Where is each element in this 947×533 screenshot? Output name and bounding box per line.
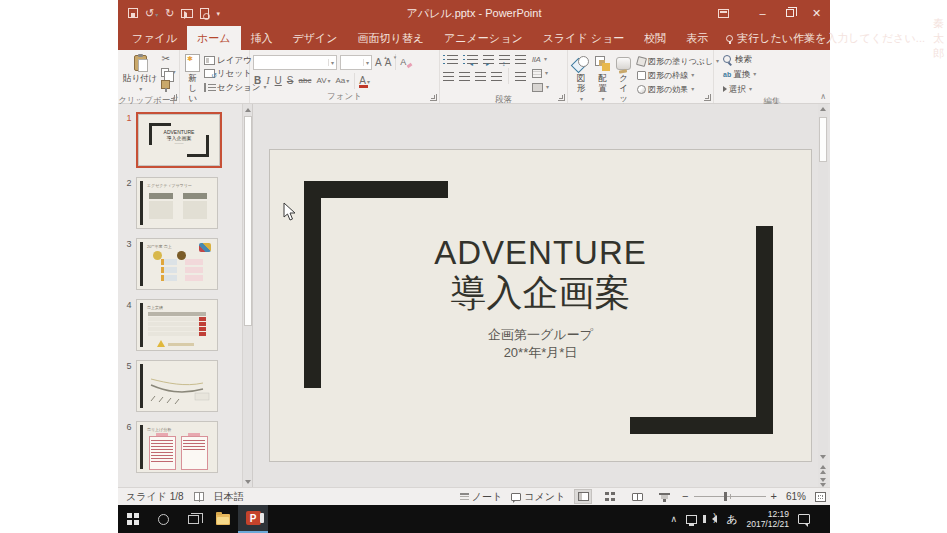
text-shadow-button[interactable]: abc bbox=[297, 77, 312, 85]
tab-view[interactable]: 表示 bbox=[676, 26, 718, 50]
align-text-button[interactable] bbox=[532, 67, 549, 79]
font-size-dropdown-arrow-icon[interactable]: ▾ bbox=[363, 59, 371, 66]
tab-animations[interactable]: アニメーション bbox=[434, 26, 533, 50]
ribbon-display-options-button[interactable] bbox=[711, 4, 735, 22]
find-button[interactable]: 検索 bbox=[723, 54, 756, 65]
font-name-dropdown-arrow-icon[interactable]: ▾ bbox=[328, 59, 336, 66]
undo-icon[interactable]: ↺ bbox=[145, 8, 158, 19]
underline-button[interactable]: U bbox=[274, 76, 283, 86]
hidden-icons-button[interactable]: ∧ bbox=[671, 514, 678, 524]
thumbnail-scrollbar-thumb[interactable] bbox=[244, 116, 252, 326]
spell-check-icon[interactable] bbox=[194, 492, 204, 501]
thumbnail-slide-4[interactable]: 4 売上実績 bbox=[122, 299, 252, 351]
editor-scrollbar[interactable] bbox=[818, 104, 828, 487]
zoom-level[interactable]: 61% bbox=[786, 491, 806, 502]
account-name[interactable]: 秦太郎 bbox=[933, 16, 944, 61]
tell-me-box[interactable]: 実行したい作業を入力してください... bbox=[718, 26, 933, 50]
undo-dropdown-arrow-icon[interactable] bbox=[154, 7, 158, 19]
convert-to-smartart-button[interactable] bbox=[532, 81, 549, 93]
task-view-button[interactable] bbox=[178, 505, 208, 533]
replace-button[interactable]: ab置換 bbox=[723, 68, 756, 80]
slide-subtitle[interactable]: 企画第一グループ 20**年*月*日 bbox=[270, 326, 811, 362]
select-button[interactable]: 選択 bbox=[723, 83, 756, 95]
file-explorer-button[interactable] bbox=[208, 505, 238, 533]
tab-review[interactable]: 校閲 bbox=[634, 26, 676, 50]
shrink-font-button[interactable]: A bbox=[385, 57, 392, 68]
normal-view-button[interactable] bbox=[574, 489, 592, 504]
close-button[interactable]: ✕ bbox=[803, 0, 830, 26]
start-slideshow-icon[interactable] bbox=[181, 9, 193, 18]
next-slide-button[interactable] bbox=[818, 478, 828, 487]
slide-sorter-view-button[interactable] bbox=[601, 489, 619, 504]
drawing-dialog-launcher[interactable] bbox=[704, 94, 711, 101]
align-left-button[interactable] bbox=[443, 72, 454, 81]
shape-fill-button[interactable]: 図形の塗りつぶし bbox=[637, 55, 719, 67]
cortana-button[interactable] bbox=[148, 505, 178, 533]
tab-transitions[interactable]: 画面切り替え bbox=[348, 26, 435, 50]
zoom-slider-thumb[interactable] bbox=[724, 492, 727, 501]
network-icon[interactable] bbox=[686, 515, 697, 524]
reading-view-button[interactable] bbox=[628, 489, 646, 504]
minimize-button[interactable]: – bbox=[749, 0, 776, 26]
redo-icon[interactable]: ↻ bbox=[165, 8, 174, 19]
editor-scroll-down-arrow[interactable] bbox=[818, 452, 828, 461]
collapse-ribbon-button[interactable]: ∧ bbox=[820, 92, 826, 101]
slide-editor-area[interactable]: ADVENTURE 導入企画案 企画第一グループ 20**年*月*日 bbox=[253, 104, 830, 487]
thumbnail-slide-5[interactable]: 5 bbox=[122, 360, 252, 412]
strikethrough-button[interactable]: S bbox=[286, 76, 295, 86]
clipboard-dialog-launcher[interactable] bbox=[170, 94, 177, 101]
grow-font-button[interactable]: A bbox=[375, 57, 382, 68]
thumbnail-slide-6[interactable]: 6 売り上げ分析 bbox=[122, 421, 252, 473]
editor-scroll-up-arrow[interactable] bbox=[818, 104, 828, 113]
comments-button[interactable]: コメント bbox=[511, 490, 565, 504]
justify-button[interactable] bbox=[491, 72, 502, 81]
align-center-button[interactable] bbox=[459, 72, 470, 81]
character-spacing-button[interactable]: AV bbox=[315, 77, 331, 85]
notes-button[interactable]: ノート bbox=[460, 490, 502, 504]
previous-slide-button[interactable] bbox=[818, 465, 828, 474]
copy-button[interactable] bbox=[161, 66, 175, 78]
tab-insert[interactable]: 挿入 bbox=[241, 26, 283, 50]
tab-design[interactable]: デザイン bbox=[283, 26, 348, 50]
slideshow-view-button[interactable] bbox=[655, 489, 673, 504]
customize-qat-icon[interactable]: ▾ bbox=[216, 10, 220, 17]
print-preview-icon[interactable] bbox=[200, 8, 209, 19]
thumbnail-slide-2[interactable]: 2 エグゼクティブサマリー bbox=[122, 177, 252, 229]
start-button[interactable] bbox=[118, 505, 148, 533]
paste-button[interactable]: 貼り付け bbox=[121, 53, 159, 94]
thumbnail-scroll-up-arrow[interactable] bbox=[243, 104, 253, 115]
ime-indicator[interactable]: あ bbox=[726, 512, 737, 527]
save-icon[interactable] bbox=[128, 8, 138, 18]
action-center-icon[interactable] bbox=[798, 514, 810, 524]
font-name-combobox[interactable]: ▾ bbox=[253, 55, 337, 70]
thumbnail-scrollbar[interactable] bbox=[242, 104, 252, 487]
zoom-slider[interactable] bbox=[694, 496, 766, 497]
editor-scrollbar-thumb[interactable] bbox=[819, 117, 827, 162]
clock[interactable]: 12:19 2017/12/21 bbox=[746, 509, 789, 529]
thumbnail-scroll-down-arrow[interactable] bbox=[243, 476, 253, 487]
font-dialog-launcher[interactable] bbox=[430, 94, 437, 101]
font-color-button[interactable]: A bbox=[359, 75, 370, 88]
bold-button[interactable]: B bbox=[253, 76, 262, 86]
font-size-input[interactable] bbox=[341, 57, 363, 67]
align-right-button[interactable] bbox=[475, 72, 486, 81]
clear-formatting-button[interactable]: A bbox=[400, 57, 410, 67]
bullets-button[interactable] bbox=[447, 55, 458, 64]
slide-canvas[interactable]: ADVENTURE 導入企画案 企画第一グループ 20**年*月*日 bbox=[269, 149, 812, 462]
thumbnail-slide-3[interactable]: 3 20**年度 売上 bbox=[122, 238, 252, 290]
slide-title[interactable]: ADVENTURE 導入企画案 bbox=[270, 234, 811, 314]
paragraph-dialog-launcher[interactable] bbox=[558, 94, 565, 101]
text-direction-button[interactable]: llA bbox=[532, 53, 549, 65]
fit-slide-to-window-button[interactable] bbox=[815, 492, 826, 502]
tab-file[interactable]: ファイル bbox=[122, 26, 187, 50]
zoom-in-button[interactable]: + bbox=[771, 491, 777, 502]
line-spacing-button[interactable] bbox=[515, 55, 526, 64]
cut-button[interactable]: ✂ bbox=[161, 54, 175, 64]
tab-slideshow[interactable]: スライド ショー bbox=[533, 26, 635, 50]
zoom-out-button[interactable]: − bbox=[682, 491, 688, 502]
change-case-button[interactable]: Aa bbox=[334, 77, 350, 85]
font-size-combobox[interactable]: ▾ bbox=[340, 55, 372, 70]
shape-outline-button[interactable]: 図形の枠線 bbox=[637, 69, 719, 81]
thumbnail-slide-1[interactable]: 1 ADVENTURE 導入企画案 ——— bbox=[122, 112, 252, 168]
powerpoint-taskbar-button[interactable]: P bbox=[238, 505, 268, 533]
